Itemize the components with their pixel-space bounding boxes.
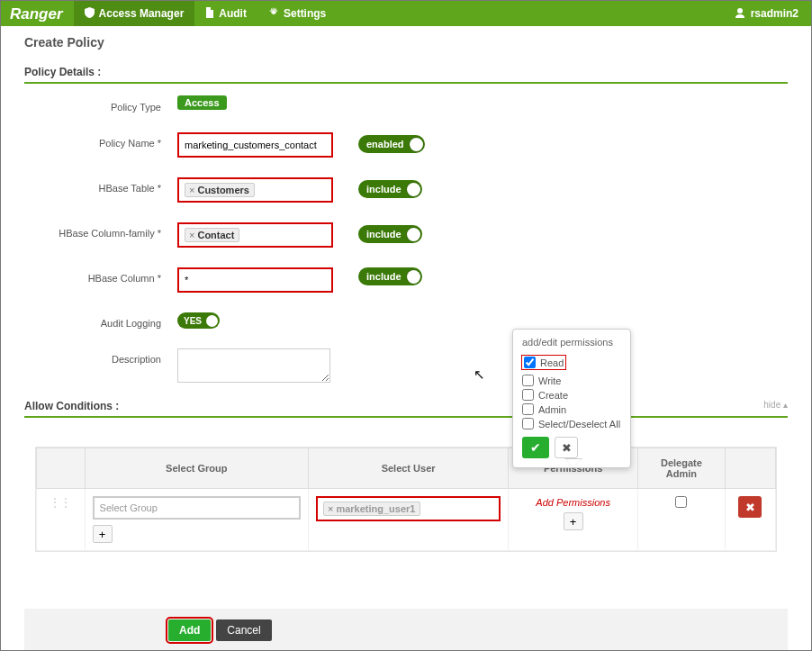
page-content: Create Policy Policy Details : Policy Ty…: [1, 26, 811, 563]
document-icon: [205, 7, 214, 21]
perm-admin-row[interactable]: Admin: [522, 403, 621, 415]
page-title: Create Policy: [24, 35, 788, 50]
delegate-admin-checkbox[interactable]: [675, 496, 687, 508]
toggle-label: include: [366, 184, 401, 194]
audit-toggle[interactable]: YES: [177, 312, 220, 329]
nav-label: Settings: [284, 7, 326, 20]
tag-user[interactable]: × marketing_user1: [323, 502, 420, 516]
row-policy-name: Policy Name * enabled: [24, 132, 788, 158]
hbase-cf-input[interactable]: × Contact: [177, 222, 333, 248]
th-delegate-admin: Delegate Admin: [638, 448, 726, 489]
add-group-button[interactable]: +: [93, 525, 113, 543]
chevron-up-icon: ▴: [783, 400, 788, 410]
label-hbase-cf: HBase Column-family *: [24, 222, 177, 239]
add-button[interactable]: Add: [168, 619, 211, 641]
hbase-col-input[interactable]: [177, 267, 333, 293]
row-hbase-table: HBase Table * × Customers include: [24, 177, 788, 203]
tag-remove-icon[interactable]: ×: [189, 185, 194, 195]
row-hbase-cf: HBase Column-family * × Contact include: [24, 222, 788, 248]
tag-remove-icon[interactable]: ×: [189, 230, 194, 240]
description-textarea[interactable]: [177, 348, 330, 383]
policy-type-badge: Access: [177, 95, 227, 110]
select-user-input[interactable]: × marketing_user1: [316, 496, 501, 521]
perm-label: Select/Deselect All: [538, 419, 620, 429]
section-divider: [24, 82, 788, 84]
popover-cancel-button[interactable]: ✖: [555, 437, 578, 458]
toggle-knob: [410, 138, 423, 151]
nav-access-manager[interactable]: Access Manager: [74, 1, 195, 26]
perm-all-checkbox[interactable]: [522, 418, 534, 429]
tag-text: Contact: [197, 230, 234, 240]
toggle-label: include: [366, 271, 401, 282]
toggle-knob: [206, 315, 218, 327]
user-icon: [735, 7, 745, 21]
add-permissions-link[interactable]: Add Permissions: [536, 497, 610, 508]
nav-audit[interactable]: Audit: [194, 1, 257, 26]
allow-title: Allow Conditions :: [24, 400, 788, 412]
permissions-popover: add/edit permissions Read Write Create A…: [512, 329, 631, 468]
tag-text: Customers: [197, 185, 248, 195]
conditions-table: Select Group Select User Permissions Del…: [35, 447, 777, 552]
top-nav: Ranger Access Manager Audit Settings rsa…: [1, 1, 811, 26]
select-group-input[interactable]: Select Group: [93, 496, 301, 520]
shield-icon: [85, 7, 95, 21]
perm-admin-checkbox[interactable]: [522, 403, 534, 415]
row-hbase-col: HBase Column * include: [24, 267, 788, 293]
toggle-knob: [407, 228, 420, 241]
toggle-knob: [407, 183, 420, 196]
th-select-group: Select Group: [85, 448, 308, 489]
perm-label: Write: [538, 375, 561, 386]
label-hbase-col: HBase Column *: [24, 267, 177, 284]
row-audit: Audit Logging YES: [24, 312, 788, 329]
cancel-button[interactable]: Cancel: [216, 619, 271, 641]
row-policy-type: Policy Type Access: [24, 96, 788, 113]
perm-read-row[interactable]: Read: [522, 356, 565, 369]
hbase-col-field[interactable]: [185, 275, 326, 285]
svg-point-1: [737, 8, 743, 14]
user-menu[interactable]: rsadmin2: [735, 1, 811, 26]
close-icon: ✖: [745, 501, 755, 514]
toggle-knob: [407, 270, 420, 284]
include-toggle-table[interactable]: include: [358, 180, 422, 198]
label-hbase-table: HBase Table *: [24, 177, 177, 194]
toggle-label: include: [366, 229, 401, 240]
tag-remove-icon[interactable]: ×: [328, 503, 333, 514]
nav-label: Access Manager: [99, 7, 185, 20]
tag-hbase-table[interactable]: × Customers: [185, 183, 255, 197]
label-audit: Audit Logging: [24, 312, 177, 329]
toggle-label: enabled: [366, 139, 404, 149]
perm-label: Read: [540, 357, 564, 368]
delete-row-button[interactable]: ✖: [738, 496, 762, 518]
nav-settings[interactable]: Settings: [257, 1, 337, 26]
enabled-toggle[interactable]: enabled: [358, 135, 425, 153]
allow-conditions-section: hide ▴ Allow Conditions : Select Group S…: [24, 400, 788, 563]
policy-name-input-wrap[interactable]: [177, 132, 333, 158]
perm-all-row[interactable]: Select/Deselect All: [522, 418, 621, 429]
hide-link[interactable]: hide ▴: [763, 400, 788, 410]
add-permission-button[interactable]: +: [564, 512, 583, 530]
drag-handle[interactable]: ⋮⋮: [37, 489, 86, 551]
perm-label: Create: [538, 390, 568, 401]
policy-name-input[interactable]: [185, 140, 326, 150]
perm-create-checkbox[interactable]: [522, 389, 534, 401]
tag-text: marketing_user1: [336, 503, 415, 514]
perm-create-row[interactable]: Create: [522, 389, 621, 401]
hbase-table-input[interactable]: × Customers: [177, 177, 333, 203]
popover-confirm-button[interactable]: ✔: [522, 437, 549, 458]
label-policy-name: Policy Name *: [24, 132, 177, 149]
perm-write-checkbox[interactable]: [522, 375, 534, 386]
include-toggle-col[interactable]: include: [358, 267, 422, 285]
close-icon: ✖: [562, 441, 572, 455]
perm-write-row[interactable]: Write: [522, 375, 621, 386]
footer-strip: Add Cancel: [24, 609, 788, 650]
brand-logo: Ranger: [1, 1, 74, 26]
section-divider: [24, 416, 788, 418]
perm-read-checkbox[interactable]: [524, 357, 536, 368]
nav-label: Audit: [219, 7, 247, 20]
label-description: Description: [24, 348, 177, 365]
app-window: Ranger Access Manager Audit Settings rsa…: [0, 0, 812, 651]
include-toggle-cf[interactable]: include: [358, 225, 422, 243]
label-policy-type: Policy Type: [24, 96, 177, 113]
tag-hbase-cf[interactable]: × Contact: [185, 228, 239, 242]
perm-label: Admin: [538, 404, 566, 415]
